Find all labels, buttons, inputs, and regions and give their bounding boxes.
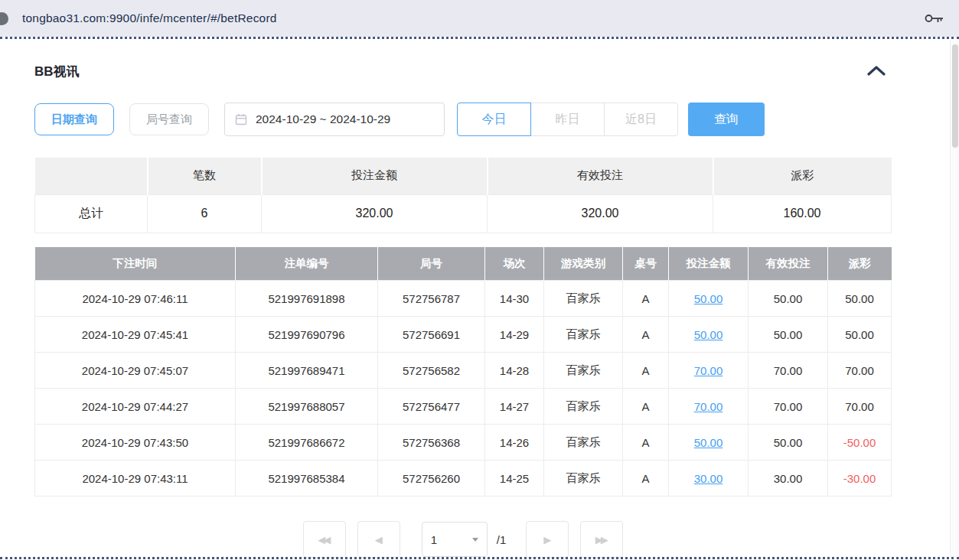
cell-round: 572756368 <box>378 425 485 461</box>
bet-amount-link[interactable]: 70.00 <box>669 389 749 425</box>
cell-table_no: A <box>623 389 669 425</box>
summary-header-cell: 派彩 <box>713 158 892 194</box>
tab-round-query[interactable]: 局号查询 <box>129 103 209 135</box>
scrollbar[interactable] <box>950 40 959 557</box>
page-total: /1 <box>497 533 507 546</box>
cell-game: 百家乐 <box>544 425 623 461</box>
scrollbar-thumb[interactable] <box>952 44 958 148</box>
table-row: 2024-10-29 07:46:11521997691898572756787… <box>35 281 892 317</box>
cell-payout: -30.00 <box>828 461 892 497</box>
cell-session: 14-27 <box>485 389 544 425</box>
cell-session: 14-26 <box>485 425 544 461</box>
table-row: 2024-10-29 07:44:27521997688057572756477… <box>35 389 892 425</box>
collapse-button[interactable] <box>863 64 890 80</box>
cell-round: 572756477 <box>378 389 485 425</box>
date-range-value: 2024-10-29 ~ 2024-10-29 <box>256 112 390 126</box>
bet-table-header-cell: 有效投注 <box>749 247 828 281</box>
key-icon-glyph <box>925 12 944 24</box>
cell-order: 521997686672 <box>236 425 378 461</box>
cell-time: 2024-10-29 07:45:07 <box>35 353 236 389</box>
filter-bar: 日期查询 局号查询 2024-10-29 ~ 2024-10-29 今日 昨日 … <box>34 103 892 136</box>
cell-valid: 70.00 <box>749 389 828 425</box>
cell-order: 521997689471 <box>236 353 378 389</box>
summary-table: 笔数投注金额有效投注派彩 总计6320.00320.00160.00 <box>34 158 892 233</box>
chevron-down-icon <box>472 538 478 542</box>
summary-total-row: 总计6320.00320.00160.00 <box>35 194 892 233</box>
summary-header-cell: 投注金额 <box>262 158 488 194</box>
top-dotted-divider <box>0 37 959 39</box>
quick-today-button[interactable]: 今日 <box>457 103 531 136</box>
bet-table-header-cell: 桌号 <box>623 247 669 281</box>
cell-session: 14-29 <box>485 317 544 353</box>
quick-yesterday-button[interactable]: 昨日 <box>530 103 605 136</box>
site-favicon-icon <box>0 12 8 25</box>
cell-game: 百家乐 <box>544 317 623 353</box>
page-select[interactable]: 1 <box>422 522 488 557</box>
table-row: 2024-10-29 07:45:41521997690796572756691… <box>35 317 892 353</box>
cell-round: 572756691 <box>378 317 485 353</box>
bet-table-header-cell: 下注时间 <box>35 247 236 281</box>
cell-valid: 50.00 <box>749 281 828 317</box>
bet-table-header-cell: 注单编号 <box>236 247 378 281</box>
cell-table_no: A <box>623 317 669 353</box>
summary-header-cell: 笔数 <box>148 158 262 194</box>
bet-record-panel: BB视讯 日期查询 局号查询 2024-10-29 <box>34 63 892 558</box>
bet-table-header-cell: 投注金额 <box>669 247 749 281</box>
cell-payout: -50.00 <box>828 425 892 461</box>
calendar-icon <box>235 113 247 125</box>
double-left-arrow-icon: ◀◀ <box>318 535 331 545</box>
prev-page-button[interactable]: ◀ <box>357 521 400 558</box>
cell-valid: 50.00 <box>749 317 828 353</box>
summary-value: 320.00 <box>488 194 713 233</box>
cell-session: 14-25 <box>485 461 544 497</box>
url-bar: tongbao31.com:9900/infe/mcenter/#/betRec… <box>0 0 959 37</box>
quick-last8-button[interactable]: 近8日 <box>604 103 678 136</box>
cell-table_no: A <box>623 281 669 317</box>
key-icon[interactable] <box>921 9 947 28</box>
next-page-button[interactable]: ▶ <box>526 521 569 558</box>
cell-time: 2024-10-29 07:43:11 <box>35 461 236 497</box>
cell-order: 521997691898 <box>236 281 378 317</box>
cell-valid: 70.00 <box>749 353 828 389</box>
right-arrow-icon: ▶ <box>543 535 551 545</box>
bet-amount-link[interactable]: 30.00 <box>669 461 749 497</box>
summary-row-label: 总计 <box>35 194 148 233</box>
bet-table-header-cell: 游戏类别 <box>544 247 623 281</box>
cell-round: 572756260 <box>378 461 485 497</box>
summary-header-cell: 有效投注 <box>488 158 713 194</box>
bet-table-header-row: 下注时间注单编号局号场次游戏类别桌号投注金额有效投注派彩 <box>35 247 892 281</box>
bet-amount-link[interactable]: 50.00 <box>669 281 749 317</box>
bet-table-header-cell: 局号 <box>378 247 485 281</box>
cell-time: 2024-10-29 07:43:50 <box>35 425 236 461</box>
cell-game: 百家乐 <box>544 281 623 317</box>
cell-payout: 70.00 <box>828 389 892 425</box>
bet-table-header-cell: 派彩 <box>828 247 892 281</box>
cell-payout: 50.00 <box>828 281 892 317</box>
bet-table-body: 2024-10-29 07:46:11521997691898572756787… <box>35 281 892 497</box>
cell-time: 2024-10-29 07:44:27 <box>35 389 236 425</box>
bet-table-header-cell: 场次 <box>485 247 544 281</box>
bet-amount-link[interactable]: 50.00 <box>669 317 749 353</box>
summary-header-row: 笔数投注金额有效投注派彩 <box>35 158 892 194</box>
cell-session: 14-30 <box>485 281 544 317</box>
cell-payout: 50.00 <box>828 317 892 353</box>
bet-amount-link[interactable]: 50.00 <box>669 425 749 461</box>
cell-round: 572756787 <box>378 281 485 317</box>
last-page-button[interactable]: ▶▶ <box>580 521 623 558</box>
cell-valid: 50.00 <box>749 425 828 461</box>
cell-table_no: A <box>623 425 669 461</box>
url-text[interactable]: tongbao31.com:9900/infe/mcenter/#/betRec… <box>22 11 277 25</box>
cell-round: 572756582 <box>378 353 485 389</box>
cell-order: 521997690796 <box>236 317 378 353</box>
first-page-button[interactable]: ◀◀ <box>303 521 346 558</box>
search-button[interactable]: 查询 <box>688 103 765 136</box>
chevron-up-icon <box>867 66 886 76</box>
table-row: 2024-10-29 07:43:11521997685384572756260… <box>35 461 892 497</box>
cell-table_no: A <box>623 353 669 389</box>
table-row: 2024-10-29 07:43:50521997686672572756368… <box>35 425 892 461</box>
bet-amount-link[interactable]: 70.00 <box>669 353 749 389</box>
bottom-dotted-divider <box>0 557 959 559</box>
bet-record-table: 下注时间注单编号局号场次游戏类别桌号投注金额有效投注派彩 2024-10-29 … <box>34 247 892 497</box>
tab-date-query[interactable]: 日期查询 <box>34 103 114 135</box>
date-range-input[interactable]: 2024-10-29 ~ 2024-10-29 <box>224 103 445 136</box>
